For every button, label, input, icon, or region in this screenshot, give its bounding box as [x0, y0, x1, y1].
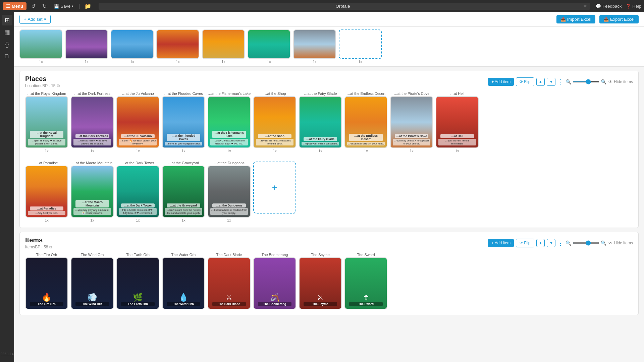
- card-label: …at the Endless Desert: [346, 92, 385, 96]
- card-img[interactable]: …at the Ju Volcano …suffer 🔥 for each ca…: [116, 96, 159, 148]
- card-ju-volcano: …at the Ju Volcano …at the Ju Volcano …s…: [116, 92, 159, 153]
- card-img[interactable]: …at the Macro Mountain …you may play any…: [71, 166, 114, 218]
- zoom-in-icon[interactable]: 🔍: [601, 240, 606, 246]
- places-down-button[interactable]: ▼: [547, 78, 555, 86]
- card-royal-kingdom: …at the Royal Kingdom …at the Royal King…: [25, 92, 68, 153]
- card-img[interactable]: …at the Fisherman's Lake …draw 2 treasur…: [208, 96, 251, 148]
- places-row-2: …at Paradise …at Paradise …fully heal yo…: [25, 160, 633, 224]
- card-label: The Sword: [357, 253, 375, 257]
- save-button[interactable]: 💾 Save •: [51, 3, 76, 9]
- card-img[interactable]: …at the Endless Desert …discard all card…: [344, 96, 387, 148]
- card-wind-orb: The Wind Orb 💨 The Wind Orb: [71, 253, 114, 309]
- card-pirates-cove: …at the Pirate's Cove …at the Pirate's C…: [390, 92, 433, 153]
- sidebar: ⊞ ▦ {} 🗋 2022.1.14a: [0, 12, 14, 362]
- sidebar-item-grid[interactable]: ▦: [2, 27, 12, 38]
- undo-button[interactable]: ↺: [29, 2, 38, 10]
- card-img[interactable]: …at the Royal Kingdom …gain as many ❤ as…: [25, 96, 68, 148]
- card-img[interactable]: 🪃 The Boomerang: [253, 257, 296, 309]
- places-hide-button[interactable]: 👁 Hide items: [608, 79, 633, 84]
- feedback-button[interactable]: 💬 Feedback: [596, 4, 622, 9]
- top-card-img-6[interactable]: [248, 29, 290, 59]
- import-excel-button[interactable]: 📥 Import Excel: [556, 15, 595, 23]
- sidebar-item-home[interactable]: ⊞: [2, 15, 12, 25]
- card-label: The Dark Blade: [216, 253, 242, 257]
- card-label: …at the Graveyard: [168, 161, 199, 165]
- card-dark-tower: …at the Dark Tower …at the Dark Tower Fl…: [116, 161, 159, 222]
- add-set-chevron-icon: ▾: [44, 17, 46, 22]
- top-card-img-1[interactable]: [19, 29, 62, 59]
- card-img[interactable]: …at the Flooded Caves …store all your eq…: [162, 96, 205, 148]
- zoom-in-icon[interactable]: 🔍: [601, 79, 606, 84]
- card-img[interactable]: 💨 The Wind Orb: [71, 257, 114, 309]
- items-section-header: Items ItemsBP · 58 ⧉ + Add item ⟳ Flip ▲…: [25, 236, 633, 249]
- card-img[interactable]: …at Hell …your current hero is eliminate…: [436, 96, 479, 148]
- card-desc-overlay: …draw a card from the heroes deck and ad…: [165, 208, 202, 215]
- items-add-item-button[interactable]: + Add item: [488, 239, 514, 247]
- top-card-count-4: 1x: [176, 60, 180, 64]
- card-img[interactable]: ⚔ The Scythe: [299, 257, 342, 309]
- card-water-orb: The Water Orb 💧 The Water Orb: [162, 253, 205, 309]
- card-img[interactable]: 🌿 The Earth Orb: [116, 257, 159, 309]
- top-card-img-5[interactable]: [202, 29, 245, 59]
- card-img[interactable]: …at the Pirate's Cove …you may deal a ⚔ …: [390, 96, 433, 148]
- card-empty-slot: +: [253, 161, 296, 222]
- sidebar-item-file[interactable]: 🗋: [2, 51, 12, 62]
- top-card-img-2[interactable]: [65, 29, 108, 59]
- card-img[interactable]: …at the Graveyard …draw a card from the …: [162, 166, 205, 218]
- help-button[interactable]: ❓ Help: [626, 4, 641, 9]
- card-empty-add[interactable]: +: [253, 162, 296, 214]
- card-img[interactable]: 💧 The Water Orb: [162, 257, 205, 309]
- items-copy-icon[interactable]: ⧉: [49, 245, 52, 249]
- card-img[interactable]: …at the Dark Tower Flip a health contain…: [116, 166, 159, 218]
- top-card-img-3[interactable]: [111, 29, 154, 59]
- card-img[interactable]: 🗡 The Sword: [344, 257, 387, 309]
- top-card-img-4[interactable]: [156, 29, 199, 59]
- menu-button[interactable]: ☰ Menu: [3, 2, 26, 10]
- items-down-button[interactable]: ▼: [547, 239, 555, 247]
- zoom-out-icon[interactable]: 🔍: [566, 240, 571, 246]
- items-flip-button[interactable]: ⟳ Flip: [516, 239, 534, 247]
- toolbar: + Add set ▾ 📥 Import Excel 📤 Export Exce…: [14, 12, 644, 27]
- flip-icon: ⟳: [520, 79, 523, 84]
- top-card-count-6: 1x: [267, 60, 271, 64]
- places-zoom-slider[interactable]: [573, 81, 599, 82]
- places-add-item-button[interactable]: + Add item: [488, 78, 514, 86]
- places-copy-icon[interactable]: ⧉: [57, 83, 60, 88]
- card-label: …at Hell: [450, 92, 464, 96]
- places-zoom-controls: 🔍 🔍: [566, 79, 606, 84]
- card-count: 1x: [318, 149, 322, 153]
- card-name-overlay: …at the Dark Fortress: [75, 134, 109, 138]
- card-img[interactable]: …at the Dungeons …discard a hero at rand…: [208, 166, 251, 218]
- places-more-button[interactable]: ⋮: [557, 78, 564, 85]
- items-more-button[interactable]: ⋮: [557, 239, 564, 247]
- items-hide-button[interactable]: 👁 Hide items: [608, 241, 633, 245]
- zoom-out-icon[interactable]: 🔍: [566, 79, 571, 84]
- menu-icon: ☰: [6, 4, 10, 9]
- menu-label: Menu: [12, 4, 23, 9]
- card-count: 1x: [410, 149, 414, 153]
- places-up-button[interactable]: ▲: [536, 78, 545, 86]
- card-img[interactable]: 🔥 The Fire Orb: [25, 257, 68, 309]
- card-desc-overlay: …reveal the next 3 treasures from the de…: [256, 139, 293, 145]
- edit-title-icon[interactable]: ✏: [584, 4, 587, 8]
- places-flip-button[interactable]: ⟳ Flip: [516, 77, 534, 86]
- card-img[interactable]: …at Paradise …fully heal yourself.: [25, 166, 68, 218]
- export-excel-button[interactable]: 📤 Export Excel: [599, 15, 639, 23]
- card-endless-desert: …at the Endless Desert …at the Endless D…: [344, 92, 387, 153]
- items-zoom-slider[interactable]: [573, 242, 599, 244]
- card-img[interactable]: …at the Shop …reveal the next 3 treasure…: [253, 96, 296, 148]
- top-card-count-2: 1x: [85, 60, 89, 64]
- sidebar-item-code[interactable]: {}: [2, 39, 12, 50]
- card-count: 1x: [136, 149, 140, 153]
- path-icon[interactable]: 📁: [83, 2, 93, 10]
- top-card-count-8: 1x: [358, 60, 362, 64]
- card-img[interactable]: …at the Fairy Glade …flip all your healt…: [299, 96, 342, 148]
- top-card-img-8[interactable]: [339, 29, 382, 59]
- add-set-button[interactable]: + Add set ▾: [19, 15, 51, 24]
- card-label: …at the Macro Mountain: [72, 161, 112, 165]
- card-img[interactable]: …at the Dark Fortress …lose as many ❤ as…: [71, 96, 114, 148]
- top-card-img-7[interactable]: [293, 29, 336, 59]
- items-up-button[interactable]: ▲: [536, 239, 545, 247]
- redo-button[interactable]: ↻: [40, 2, 49, 10]
- card-img[interactable]: ⚔ The Dark Blade: [208, 257, 251, 309]
